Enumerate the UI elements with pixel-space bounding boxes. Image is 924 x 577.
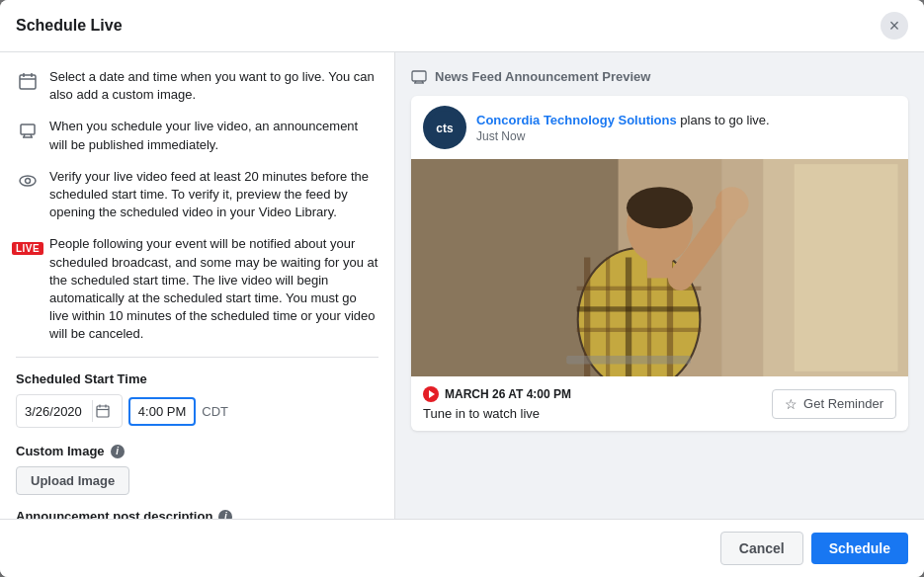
preview-image [411, 159, 908, 376]
play-icon [429, 390, 435, 398]
time-input[interactable]: 4:00 PM [128, 397, 196, 426]
divider [16, 357, 378, 358]
get-reminder-button[interactable]: ☆ Get Reminder [772, 389, 896, 419]
star-icon: ☆ [785, 396, 798, 412]
live-icon: LIVE [16, 236, 40, 260]
preview-time: Just Now [476, 129, 770, 143]
info-text-eye: Verify your live video feed at least 20 … [49, 168, 378, 222]
preview-header-icon [411, 68, 427, 84]
scheduled-time-row: 3/26/2020 4:00 PM CDT [16, 394, 378, 428]
reminder-label: Get Reminder [803, 396, 883, 411]
info-row-broadcast: When you schedule your live video, an an… [16, 118, 378, 153]
info-text-live: People following your event will be noti… [49, 235, 378, 343]
avatar-logo: cts [428, 111, 462, 144]
info-row-live: LIVE People following your event will be… [16, 235, 378, 343]
svg-point-35 [627, 187, 693, 228]
event-info: MARCH 26 AT 4:00 PM Tune in to watch liv… [423, 386, 571, 421]
svg-rect-10 [97, 406, 109, 417]
svg-point-9 [26, 178, 31, 183]
modal-title: Schedule Live [16, 17, 123, 35]
action-text: plans to go live. [680, 113, 769, 127]
preview-top: cts Concordia Technology Solutions plans… [411, 96, 908, 159]
eye-icon [16, 169, 40, 193]
live-dot-icon [423, 386, 439, 402]
svg-text:cts: cts [436, 122, 454, 135]
svg-rect-4 [21, 124, 35, 134]
schedule-button[interactable]: Schedule [811, 533, 908, 564]
calendar-icon [16, 69, 40, 93]
info-text-broadcast: When you schedule your live video, an an… [49, 118, 378, 153]
upload-image-button[interactable]: Upload Image [16, 466, 129, 495]
preview-card: cts Concordia Technology Solutions plans… [411, 96, 908, 431]
calendar-picker-icon[interactable] [92, 400, 114, 422]
right-panel: News Feed Announcement Preview cts C [395, 52, 924, 519]
svg-point-8 [20, 176, 36, 186]
modal-footer: Cancel Schedule [0, 519, 924, 577]
date-input[interactable]: 3/26/2020 [16, 394, 123, 428]
broadcast-icon [16, 119, 40, 142]
announcement-info-icon: i [218, 510, 232, 519]
company-name: Concordia Technology Solutions [476, 113, 677, 127]
info-row-eye: Verify your live video feed at least 20 … [16, 168, 378, 222]
preview-company-line: Concordia Technology Solutions plans to … [476, 113, 770, 127]
cancel-button[interactable]: Cancel [720, 532, 803, 565]
time-value: 4:00 PM [138, 404, 186, 419]
svg-rect-14 [412, 71, 426, 81]
event-date: MARCH 26 AT 4:00 PM [423, 386, 571, 402]
timezone-label: CDT [202, 404, 228, 419]
announcement-label: Announcement post description i [16, 509, 378, 519]
left-panel: Select a date and time when you want to … [0, 52, 395, 519]
avatar: cts [423, 106, 466, 149]
date-value: 3/26/2020 [25, 404, 82, 419]
modal-header: Schedule Live × [0, 0, 924, 52]
custom-image-text: Custom Image [16, 444, 105, 458]
scheduled-time-label: Scheduled Start Time [16, 371, 378, 386]
schedule-live-modal: Schedule Live × Select a d [0, 0, 924, 577]
close-button[interactable]: × [881, 12, 908, 40]
preview-company-info: Concordia Technology Solutions plans to … [476, 113, 770, 143]
svg-rect-0 [20, 75, 36, 89]
svg-rect-39 [721, 159, 908, 376]
modal-body: Select a date and time when you want to … [0, 52, 924, 519]
announcement-text: Announcement post description [16, 509, 212, 519]
event-date-text: MARCH 26 AT 4:00 PM [445, 387, 571, 401]
preview-header: News Feed Announcement Preview [411, 68, 908, 84]
custom-image-info-icon: i [111, 445, 125, 458]
svg-rect-38 [566, 356, 691, 364]
event-tune-text: Tune in to watch live [423, 406, 571, 421]
preview-bottom: MARCH 26 AT 4:00 PM Tune in to watch liv… [411, 376, 908, 431]
preview-title: News Feed Announcement Preview [435, 69, 650, 84]
info-row-calendar: Select a date and time when you want to … [16, 68, 378, 104]
custom-image-label: Custom Image i [16, 444, 378, 458]
info-text-calendar: Select a date and time when you want to … [49, 68, 378, 104]
preview-image-svg [411, 159, 908, 376]
